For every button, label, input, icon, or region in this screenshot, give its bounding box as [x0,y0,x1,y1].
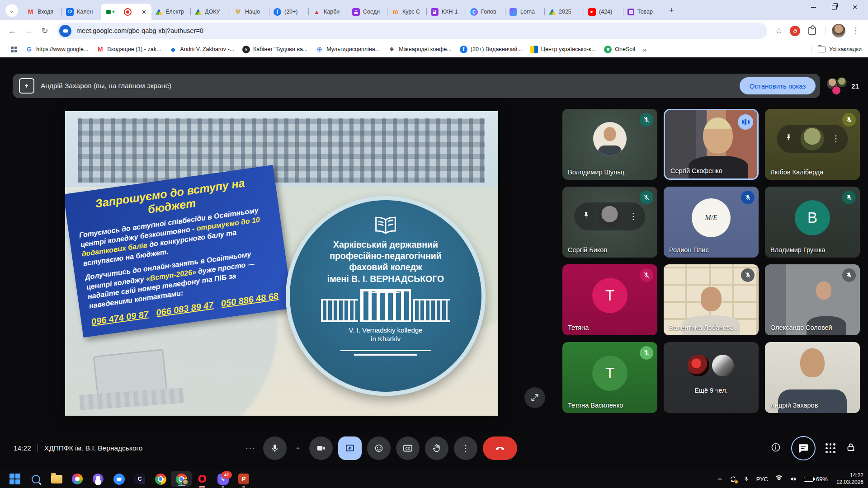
participant-tile[interactable]: Олександр Соловей [765,264,860,335]
browser-tab[interactable]: Соеди [348,4,387,20]
browser-tab[interactable]: Електр [151,4,190,20]
present-icon [19,78,34,94]
participant-tile[interactable]: Валентина Лобановс... [664,264,759,335]
taskbar-search-icon[interactable] [25,470,46,488]
chat-button[interactable] [791,436,816,460]
meeting-details-button[interactable] [770,442,781,455]
ukraine-icon [530,46,538,53]
all-bookmarks-button[interactable]: Усі закладки [811,46,862,52]
close-button[interactable]: ✕ [844,0,865,14]
bookmark-item[interactable]: Центр українсько-є... [526,44,600,55]
battery-indicator[interactable]: 69% [804,476,828,483]
bookmark-item[interactable]: ⊕Мультидисципліна... [311,44,384,55]
taskbar-clipchamp-icon[interactable]: C [129,470,150,488]
participant-tile[interactable]: TТетяна Василенко [562,342,657,413]
new-tab-button[interactable]: + [665,4,678,17]
language-indicator[interactable]: РУС [756,476,768,483]
sync-icon[interactable] [730,476,736,483]
adblock-extension-icon[interactable] [790,26,800,36]
present-button[interactable] [338,436,362,460]
bookmark-item[interactable]: ❖Міжнародні конфе... [384,44,456,55]
participant-tile[interactable]: ⋮Любов Каліберда [765,109,860,180]
forward-button[interactable]: → [21,23,36,38]
extensions-icon[interactable] [808,27,816,35]
browser-tab[interactable]: ▶(424) [584,4,623,20]
participant-tile[interactable]: Сергій Скофенко [664,109,759,180]
taskbar-photos-icon[interactable] [67,470,88,488]
taskbar-opera-icon[interactable]: O [192,470,212,488]
end-call-button[interactable] [483,436,517,460]
bookmark-item[interactable]: f(20+) Видавничий... [456,44,526,55]
tab-active-meet[interactable]: ✕ [101,4,151,20]
reload-button[interactable]: ↻ [37,23,52,38]
browser-tab[interactable]: mКурс С [387,4,426,20]
browser-tab[interactable]: ▲Карби [309,4,348,20]
wifi-icon[interactable] [775,476,783,482]
browser-tab[interactable]: CГолов [466,4,505,20]
bookmark-item[interactable]: Ghttps://www.google... [21,44,92,55]
taskbar-start-icon[interactable] [5,470,25,488]
restore-button[interactable] [824,0,844,14]
mic-chevron-button[interactable] [292,436,304,460]
tile-menu-icon[interactable]: ⋮ [629,211,638,221]
taskbar-explorer-icon[interactable] [46,470,67,488]
clock[interactable]: 14:22 12.03.2026 [836,472,863,486]
volume-icon[interactable] [790,475,797,483]
shared-slide[interactable]: Запрошуємо до вступу на бюджет Готуємось… [65,111,498,416]
participant-tile[interactable]: M/EРодион Плис [664,187,759,258]
camera-button[interactable] [309,436,333,460]
participant-tile[interactable]: Ещё 9 чел. [664,342,759,413]
microphone-button[interactable] [263,436,287,460]
bookmark-item[interactable]: OneSoil [600,44,639,55]
taskbar-people-icon[interactable] [88,470,108,488]
browser-tab[interactable]: ѰНаціо [230,4,269,20]
bookmarks-overflow-button[interactable]: » [639,46,650,53]
browser-tab[interactable]: Товар [623,4,662,20]
taskbar-viber-icon[interactable]: 47 [212,470,233,488]
participant-tile[interactable]: Андрій Захаров [765,342,860,413]
participant-tile[interactable]: ⋮Сергій Биков [562,187,657,258]
participant-tile[interactable]: TТетяна [562,264,657,335]
profile-avatar[interactable] [832,24,845,38]
taskbar-chrome-icon[interactable] [150,470,171,488]
browser-tab[interactable]: ДОКУ [191,4,230,20]
browser-tab[interactable]: f(20+) [269,4,308,20]
stop-presenting-button[interactable]: Остановить показ [740,77,816,94]
fullscreen-button[interactable] [524,387,545,408]
taskbar-zoom-icon[interactable] [108,470,129,488]
minimize-button[interactable] [803,0,824,14]
more-vertical-button[interactable]: ⋮ [454,436,477,460]
tray-chevron-icon[interactable] [717,476,723,482]
bookmark-item[interactable]: SКабінет "Будови ва... [238,44,311,55]
browser-tab[interactable]: 12Кален [62,4,101,20]
browser-tab[interactable]: КХН-1 [427,4,466,20]
tab-close-icon[interactable]: ✕ [142,9,146,15]
taskbar-chrome-active-icon[interactable] [171,471,192,487]
back-button[interactable]: ← [5,23,20,38]
more-horizontal-button[interactable]: ⋯ [242,436,258,460]
tray-mic-icon[interactable] [743,476,750,482]
reactions-button[interactable] [367,436,391,460]
browser-tab[interactable]: 2025 [545,4,584,20]
participant-tile[interactable]: BВладимир Грушка [765,187,860,258]
participant-tile[interactable]: Володимир Шульц [562,109,657,180]
activities-button[interactable] [826,443,835,453]
taskbar-powerpoint-icon[interactable]: P [233,470,254,488]
captions-button[interactable]: CC [396,436,420,460]
bookmark-item[interactable]: ◆Andrii V. Zakharov -... [165,44,238,55]
tab-search-button[interactable]: ⌄ [5,4,18,17]
browser-tab[interactable]: MВходя [23,4,61,20]
bookmark-star-icon[interactable]: ☆ [775,26,783,36]
host-controls-button[interactable] [845,442,856,455]
participant-count-label: 21 [851,82,859,90]
address-bar[interactable]: meet.google.com/gbe-qabg-xbj?authuser=0 [57,23,767,39]
bookmark-item[interactable]: MВходящие (1) - zak... [92,44,165,55]
tile-menu-icon[interactable]: ⋮ [832,133,840,144]
bookmark-apps[interactable] [6,45,21,54]
pin-icon[interactable] [785,134,793,144]
raise-hand-button[interactable] [425,436,448,460]
pin-icon[interactable] [582,211,590,221]
participants-count[interactable]: 21 [826,77,862,95]
browser-menu-icon[interactable]: ⋮ [852,26,860,36]
browser-tab[interactable]: Lorna [505,4,544,20]
